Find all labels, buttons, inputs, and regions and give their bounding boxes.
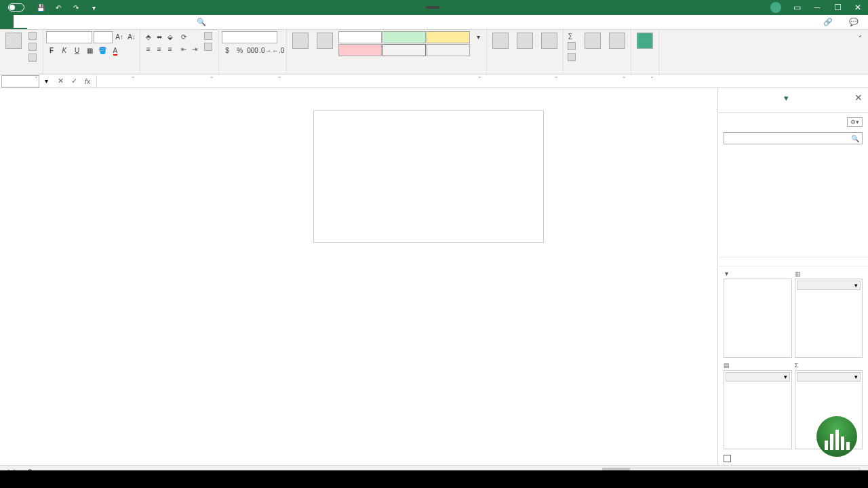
style-neutral[interactable] xyxy=(427,31,470,43)
field-search-input[interactable]: 🔍 xyxy=(724,132,863,144)
italic-button[interactable]: K xyxy=(59,45,70,56)
tab-formeln[interactable] xyxy=(54,15,68,29)
styles-more-icon[interactable]: ▾ xyxy=(473,31,484,42)
font-name-select[interactable] xyxy=(46,31,92,43)
fill-button[interactable] xyxy=(566,41,579,51)
currency-icon[interactable]: $ xyxy=(222,45,233,56)
taskpane-close-icon[interactable]: ✕ xyxy=(854,92,863,103)
namebox-dropdown-icon[interactable]: ▾ xyxy=(41,76,52,87)
conditional-formatting-button[interactable] xyxy=(290,31,311,52)
taskpane-gear-icon[interactable]: ⚙▾ xyxy=(847,117,863,127)
percent-icon[interactable]: % xyxy=(235,45,245,56)
tab-einfuegen[interactable] xyxy=(27,15,41,29)
layout-defer-checkbox[interactable] xyxy=(724,455,731,462)
align-right-icon[interactable]: ≡ xyxy=(165,43,176,54)
paste-button[interactable] xyxy=(3,31,24,52)
redo-icon[interactable]: ↷ xyxy=(71,2,81,13)
indent-increase-icon[interactable]: ⇥ xyxy=(189,43,200,54)
tab-hilfe[interactable] xyxy=(122,15,136,29)
number-format-select[interactable] xyxy=(222,31,277,43)
fill-color-button[interactable]: 🪣 xyxy=(97,45,108,56)
minimize-button[interactable]: ─ xyxy=(807,0,827,15)
tab-ansicht[interactable] xyxy=(95,15,108,29)
orientation-icon[interactable]: ⟳ xyxy=(178,31,189,42)
tab-seitenlayout[interactable] xyxy=(41,15,54,29)
align-top-icon[interactable]: ⬘ xyxy=(143,31,154,42)
cut-button[interactable] xyxy=(27,31,40,41)
area-values-item[interactable]: ▾ xyxy=(797,372,861,382)
font-color-button[interactable]: A xyxy=(110,45,121,56)
save-icon[interactable]: 💾 xyxy=(35,2,46,13)
tab-analysieren[interactable] xyxy=(163,15,176,29)
tab-daten[interactable] xyxy=(68,15,81,29)
comments-button[interactable]: 💬 xyxy=(842,18,868,26)
increase-decimal-icon[interactable]: .0→ xyxy=(260,45,271,56)
align-middle-icon[interactable]: ⬌ xyxy=(154,31,165,42)
maximize-button[interactable]: ☐ xyxy=(827,0,848,15)
border-button[interactable]: ▦ xyxy=(84,45,95,56)
worksheet-grid[interactable] xyxy=(0,88,717,465)
delete-cells-button[interactable] xyxy=(514,31,536,52)
tab-entwicklertools[interactable] xyxy=(108,15,122,29)
close-button[interactable]: ✕ xyxy=(848,0,868,15)
qat-customize-icon[interactable]: ▾ xyxy=(88,2,99,13)
underline-button[interactable]: U xyxy=(72,45,83,56)
accept-formula-icon[interactable]: ✓ xyxy=(68,75,80,87)
format-as-table-button[interactable] xyxy=(314,31,336,52)
area-rows-item[interactable]: ▾ xyxy=(726,372,790,382)
tab-entwurf[interactable] xyxy=(176,15,190,29)
style-ausgabe[interactable] xyxy=(382,44,426,56)
tab-powerpivot[interactable] xyxy=(149,15,163,29)
ideas-button[interactable] xyxy=(634,31,656,52)
style-standard[interactable] xyxy=(338,31,382,43)
insert-cells-button[interactable] xyxy=(490,31,511,52)
user-account[interactable] xyxy=(761,2,787,13)
style-schlecht[interactable] xyxy=(338,44,382,56)
user-avatar-icon xyxy=(770,2,781,13)
font-size-select[interactable] xyxy=(94,31,113,43)
align-center-icon[interactable]: ≡ xyxy=(154,43,165,54)
bold-button[interactable]: F xyxy=(46,45,57,56)
area-columns-box[interactable]: ▾ xyxy=(795,279,863,358)
align-bottom-icon[interactable]: ⬙ xyxy=(165,31,176,42)
area-rows-box[interactable]: ▾ xyxy=(724,370,792,449)
area-columns-item[interactable]: ▾ xyxy=(797,281,861,290)
ribbon-options-icon[interactable]: ▭ xyxy=(787,0,807,15)
tab-factset[interactable] xyxy=(136,15,149,29)
wrap-text-button[interactable] xyxy=(203,31,216,41)
sort-filter-button[interactable] xyxy=(582,31,604,52)
taskpane-menu-icon[interactable]: ▾ xyxy=(784,93,789,103)
format-painter-icon xyxy=(28,54,37,62)
clear-button[interactable] xyxy=(566,52,579,62)
increase-font-icon[interactable]: A↑ xyxy=(114,31,125,42)
insert-function-icon[interactable]: fx xyxy=(81,75,94,87)
copy-button[interactable] xyxy=(27,42,40,52)
merge-center-button[interactable] xyxy=(203,42,216,52)
find-select-button[interactable] xyxy=(606,31,628,52)
tab-datei[interactable] xyxy=(0,15,14,29)
autosave-switch-icon[interactable] xyxy=(8,3,24,12)
format-painter-button[interactable] xyxy=(27,53,40,62)
align-left-icon[interactable]: ≡ xyxy=(143,43,154,54)
autosave-toggle[interactable] xyxy=(0,3,30,12)
insert-cells-icon xyxy=(492,33,509,49)
undo-icon[interactable]: ↶ xyxy=(53,2,64,13)
group-font-label xyxy=(46,73,137,74)
tab-start[interactable] xyxy=(14,15,27,29)
tab-ueberpruefen[interactable] xyxy=(81,15,95,29)
thousands-icon[interactable]: 000 xyxy=(248,45,258,56)
search-box[interactable]: 🔍 xyxy=(190,15,213,29)
style-gut[interactable] xyxy=(382,31,426,43)
decrease-font-icon[interactable]: A↓ xyxy=(126,31,137,42)
autosum-button[interactable]: ∑ xyxy=(566,31,579,40)
cancel-formula-icon[interactable]: ✕ xyxy=(54,75,66,87)
style-berechnung[interactable] xyxy=(427,44,470,56)
pivot-chart[interactable] xyxy=(313,110,544,243)
decrease-decimal-icon[interactable]: ←.0 xyxy=(273,45,283,56)
collapse-ribbon-icon[interactable]: ˄ xyxy=(854,33,865,43)
share-button[interactable]: 🔗 xyxy=(816,18,842,26)
format-cells-button[interactable] xyxy=(538,31,560,52)
area-filter-box[interactable] xyxy=(724,279,792,358)
wrap-icon xyxy=(204,32,212,40)
indent-decrease-icon[interactable]: ⇤ xyxy=(178,43,189,54)
